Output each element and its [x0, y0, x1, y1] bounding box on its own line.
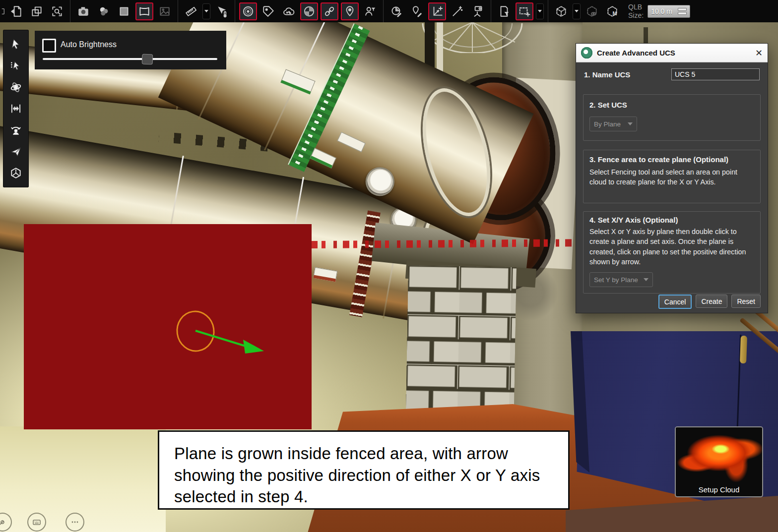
cancel-button[interactable]: Cancel [658, 295, 692, 309]
windows-icon [30, 5, 43, 18]
tag-marker-button[interactable] [259, 2, 277, 20]
clipping-box-visibility-button[interactable] [583, 2, 601, 20]
auto-brightness-label: Auto Brightness [61, 40, 117, 49]
cursor-icon [9, 38, 22, 51]
door-handle [740, 336, 747, 363]
set-ucs-label: 2. Set UCS [589, 101, 627, 109]
measure-dropdown-button[interactable] [202, 3, 210, 19]
fence-area-label: 3. Fence area to create plane (Optional) [589, 155, 728, 164]
head-rotate-icon [9, 123, 22, 136]
caption-text: Plane is grown inside fenced area, with … [174, 443, 553, 508]
selection-dropdown-button[interactable] [536, 3, 544, 19]
pin-edit-icon [410, 5, 423, 18]
location-marker-button[interactable] [341, 2, 359, 20]
link-measure-button[interactable] [321, 2, 338, 20]
view-cube-button[interactable] [6, 163, 26, 183]
dialog-title: Create Advanced UCS [597, 49, 751, 57]
link-icon [323, 5, 336, 18]
set-ucs-dropdown[interactable]: By Plane [589, 117, 637, 131]
caret-down-icon [204, 10, 208, 12]
set-ucs-section: 2. Set UCS By Plane [583, 94, 761, 141]
ruler-icon [185, 5, 197, 18]
keyboard-icon [32, 517, 42, 527]
panorama-view-button[interactable] [135, 2, 153, 20]
create-button[interactable]: Create [696, 295, 727, 308]
more-options-button[interactable] [65, 513, 84, 532]
create-advanced-ucs-dialog: Create Advanced UCS ✕ 1. Name UCS 2. Set… [576, 43, 768, 313]
cascade-windows-button[interactable] [28, 2, 46, 20]
set-axis-dropdown[interactable]: Set Y by Plane [589, 272, 653, 287]
cube-dashed-icon [555, 5, 568, 18]
person-filter-icon [364, 5, 377, 18]
sphere-target-button[interactable] [300, 2, 318, 20]
register-scan-button[interactable] [469, 2, 487, 20]
name-ucs-label: 1. Name UCS [584, 70, 630, 79]
set-ucs-dropdown-value: By Plane [594, 120, 621, 128]
cube-m-icon: M [606, 5, 619, 18]
brightness-slider-handle[interactable] [142, 54, 153, 65]
keyboard-shortcuts-button[interactable] [27, 513, 46, 532]
navigation-toolbar [3, 30, 29, 187]
set-axis-dropdown-value: Set Y by Plane [594, 276, 638, 284]
sheet-filter-icon [498, 5, 511, 18]
cursor-points-icon [9, 59, 22, 72]
floor-bright-area [0, 426, 166, 532]
ellipsis-icon [70, 517, 80, 527]
dialog-buttons: Cancel Create Reset [658, 295, 761, 309]
ucs-plane-overlay[interactable] [24, 224, 312, 429]
square-icon [118, 5, 130, 18]
key-icon [0, 518, 7, 527]
create-ucs-button[interactable] [428, 2, 446, 20]
export-scan-button[interactable] [7, 2, 25, 20]
marker-edit-button[interactable] [408, 2, 426, 20]
qlb-size-value: 10.0 m [651, 7, 672, 15]
auto-brightness-checkbox[interactable] [42, 39, 56, 53]
image-view-button[interactable] [156, 2, 174, 20]
qlb-size-label: QLB Size: [628, 3, 644, 19]
qlb-size-field[interactable]: 10.0 m [648, 5, 690, 18]
color-channels-button[interactable] [95, 2, 113, 20]
reset-button[interactable]: Reset [731, 295, 761, 308]
sheet-filter-button[interactable] [495, 2, 513, 20]
clipping-box-manager-button[interactable]: M [603, 2, 621, 20]
clipping-box-dropdown-button[interactable] [573, 3, 581, 19]
panorama-icon [138, 5, 151, 18]
fly-tool-button[interactable] [6, 142, 26, 162]
cube-eye-icon [585, 5, 598, 18]
annotation-caption: Plane is grown inside fenced area, with … [158, 430, 570, 510]
clipping-edit-button[interactable] [388, 2, 405, 20]
point-info-button[interactable] [213, 2, 231, 20]
zoom-fit-button[interactable] [48, 2, 66, 20]
scan-page-icon [10, 5, 23, 18]
measure-button[interactable] [182, 2, 200, 20]
set-axis-text: Select X or Y axis by plane then double … [589, 227, 756, 267]
select-tool-button[interactable] [6, 34, 26, 54]
look-around-tool-button[interactable] [6, 120, 26, 140]
brightness-slider[interactable] [43, 58, 217, 60]
target-icon [242, 5, 255, 18]
tag-icon [262, 5, 275, 18]
set-axis-label: 4. Set X/Y Axis (Optional) [589, 216, 678, 224]
ucs-name-input[interactable] [671, 68, 760, 80]
page-icon [0, 5, 5, 18]
selection-tool-button[interactable] [516, 2, 533, 20]
point-cloud-thumbnail [676, 427, 762, 484]
target-marker-button[interactable] [239, 2, 257, 20]
spinner-icon[interactable] [678, 8, 687, 15]
close-icon[interactable]: ✕ [755, 49, 763, 58]
screenshot-button[interactable] [74, 2, 92, 20]
marker-filter-button[interactable] [361, 2, 379, 20]
setup-cloud-tile[interactable]: Setup Cloud [675, 426, 763, 497]
clipped-tool-button[interactable] [0, 2, 5, 20]
solid-view-button[interactable] [115, 2, 133, 20]
dialog-header[interactable]: Create Advanced UCS ✕ [576, 44, 768, 62]
cloud-icon [282, 5, 295, 18]
image-icon [158, 5, 171, 18]
pie-edit-icon [390, 5, 403, 18]
cloud-points-button[interactable] [280, 2, 298, 20]
orbit-tool-button[interactable] [6, 77, 26, 97]
select-points-tool-button[interactable] [6, 56, 26, 75]
pan-tool-button[interactable] [6, 99, 26, 118]
clipping-box-button[interactable] [552, 2, 570, 20]
probe-tool-button[interactable] [449, 2, 466, 20]
